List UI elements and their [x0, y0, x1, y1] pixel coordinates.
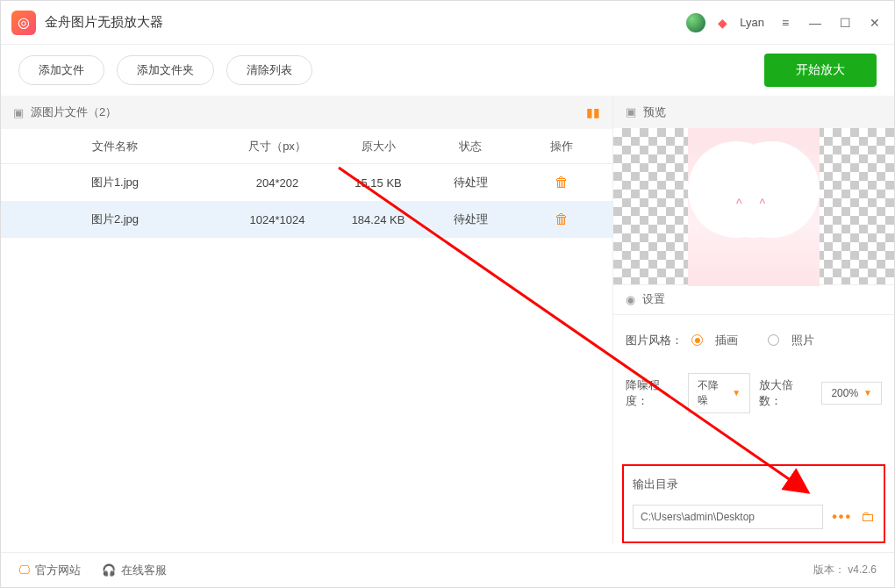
output-path-input[interactable]: C:\Users\admin\Desktop: [633, 505, 823, 529]
headset-icon: 🎧: [102, 563, 116, 577]
more-icon[interactable]: •••: [832, 509, 852, 525]
col-status: 状态: [431, 139, 510, 154]
app-icon: ◎: [11, 11, 36, 35]
chevron-down-icon: ▼: [732, 388, 741, 398]
left-pane: ▣ 源图片文件（2） ▮▮ 文件名称 尺寸（px） 原大小 状态 操作 图片1.…: [1, 96, 613, 543]
app-title: 金舟图片无损放大器: [45, 14, 163, 31]
minimize-button[interactable]: —: [806, 14, 824, 32]
cell-name: 图片2.jpg: [1, 212, 229, 227]
cell-status: 待处理: [431, 212, 510, 227]
footer: 🖵 官方网站 🎧 在线客服 版本： v4.2.6: [1, 552, 894, 587]
settings-body: 图片风格： 插画 照片 降噪程度： 不降噪 ▼ 放大倍数： 200% ▼: [613, 315, 894, 455]
titlebar: ◎ 金舟图片无损放大器 ◆ Lyan ≡ — ☐ ✕: [1, 1, 894, 45]
start-button[interactable]: 开始放大: [764, 54, 877, 87]
output-label: 输出目录: [633, 477, 875, 492]
right-pane: ▣ 预览 ◉ 设置 图片风格： 插画 照片 降噪程度： 不降噪 ▼: [613, 96, 894, 543]
monitor-icon: 🖵: [18, 563, 30, 577]
table-row[interactable]: 图片1.jpg 204*202 15.15 KB 待处理 🗑: [1, 164, 612, 201]
zoom-select[interactable]: 200% ▼: [821, 382, 882, 405]
cell-size: 204*202: [229, 176, 326, 190]
col-name: 文件名称: [1, 139, 229, 154]
preview-label: 预览: [643, 104, 666, 120]
avatar[interactable]: [686, 13, 705, 32]
settings-header: ◉ 设置: [613, 284, 894, 315]
cell-status: 待处理: [431, 175, 510, 190]
delete-icon[interactable]: 🗑: [555, 212, 569, 226]
delete-icon[interactable]: 🗑: [555, 175, 569, 190]
folder-icon[interactable]: 🗀: [861, 509, 875, 525]
support-label: 在线客服: [121, 563, 167, 578]
source-files-header: ▣ 源图片文件（2） ▮▮: [1, 96, 612, 129]
table-row[interactable]: 图片2.jpg 1024*1024 184.24 KB 待处理 🗑: [1, 201, 612, 238]
menu-icon[interactable]: ≡: [777, 14, 794, 32]
add-folder-button[interactable]: 添加文件夹: [117, 55, 214, 85]
preview-box: [613, 128, 894, 283]
username: Lyan: [740, 16, 764, 29]
radio-illustration[interactable]: [691, 334, 703, 346]
zoom-label: 放大倍数：: [759, 377, 813, 409]
cell-orig: 184.24 KB: [326, 213, 431, 226]
settings-label: 设置: [642, 291, 665, 307]
denoise-value: 不降噪: [698, 378, 727, 408]
cell-name: 图片1.jpg: [1, 175, 229, 190]
preview-header: ▣ 预览: [613, 96, 894, 128]
col-orig: 原大小: [326, 139, 431, 154]
image-icon: ▣: [13, 106, 24, 119]
preview-image: [688, 128, 820, 286]
zoom-value: 200%: [831, 387, 858, 399]
toolbar: 添加文件 添加文件夹 清除列表 开始放大: [1, 45, 894, 96]
support-link[interactable]: 🎧 在线客服: [102, 563, 167, 578]
table-header: 文件名称 尺寸（px） 原大小 状态 操作: [1, 129, 612, 164]
view-toggle-icon[interactable]: ▮▮: [586, 105, 600, 119]
col-action: 操作: [510, 139, 612, 154]
denoise-zoom-row: 降噪程度： 不降噪 ▼ 放大倍数： 200% ▼: [626, 373, 882, 413]
version-label: 版本： v4.2.6: [813, 563, 877, 577]
cell-size: 1024*1024: [229, 213, 326, 226]
radio-photo[interactable]: [768, 334, 779, 346]
source-files-label: 源图片文件（2）: [31, 104, 117, 120]
chevron-down-icon: ▼: [863, 388, 872, 398]
denoise-select[interactable]: 不降噪 ▼: [688, 373, 750, 413]
preview-icon: ▣: [626, 105, 636, 118]
denoise-label: 降噪程度：: [626, 377, 679, 409]
close-button[interactable]: ✕: [866, 14, 884, 32]
maximize-button[interactable]: ☐: [836, 14, 854, 32]
clear-list-button[interactable]: 清除列表: [226, 55, 312, 85]
website-link[interactable]: 🖵 官方网站: [18, 563, 81, 578]
style-illustration-label: 插画: [715, 333, 738, 348]
col-size: 尺寸（px）: [229, 139, 326, 154]
cell-orig: 15.15 KB: [326, 176, 431, 190]
vip-diamond-icon: ◆: [718, 16, 727, 30]
website-label: 官方网站: [35, 563, 81, 578]
add-file-button[interactable]: 添加文件: [18, 55, 104, 85]
style-label: 图片风格：: [626, 333, 683, 348]
gear-icon: ◉: [626, 293, 635, 306]
style-row: 图片风格： 插画 照片: [626, 333, 882, 348]
style-photo-label: 照片: [791, 333, 814, 348]
output-box: 输出目录 C:\Users\admin\Desktop ••• 🗀: [622, 464, 885, 543]
